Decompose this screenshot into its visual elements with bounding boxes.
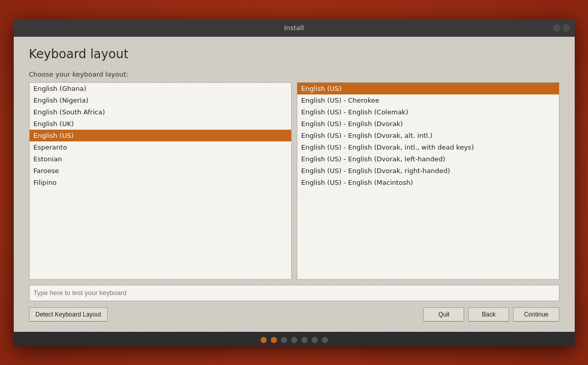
titlebar: Install bbox=[14, 19, 575, 37]
pagination-dot bbox=[281, 337, 287, 343]
list-item[interactable]: English (US) - English (Colemak) bbox=[297, 106, 559, 118]
lists-container: English (Ghana)English (Nigeria)English … bbox=[29, 82, 559, 280]
list-item[interactable]: English (US) - English (Dvorak, left-han… bbox=[297, 153, 559, 165]
window-controls bbox=[553, 25, 570, 32]
install-window: Install Keyboard layout Choose your keyb… bbox=[14, 19, 575, 346]
quit-button[interactable]: Quit bbox=[423, 307, 464, 322]
back-button[interactable]: Back bbox=[468, 307, 509, 322]
pagination-dot bbox=[322, 337, 328, 343]
list-item[interactable]: Faroese bbox=[30, 165, 291, 177]
pagination-dot bbox=[271, 337, 277, 343]
list-item[interactable]: English (US) - English (Dvorak, intl., w… bbox=[297, 141, 559, 153]
bottom-row: Detect Keyboard Layout Quit Back Continu… bbox=[29, 307, 559, 322]
pagination-dot bbox=[261, 337, 267, 343]
list-item[interactable]: English (US) bbox=[297, 83, 559, 94]
list-item[interactable]: English (UK) bbox=[30, 118, 291, 130]
choose-label: Choose your keyboard layout: bbox=[29, 70, 559, 78]
list-item[interactable]: English (US) - English (Dvorak, right-ha… bbox=[297, 165, 559, 177]
list-item[interactable]: English (US) - English (Dvorak) bbox=[297, 118, 559, 130]
detect-keyboard-button[interactable]: Detect Keyboard Layout bbox=[29, 307, 108, 322]
list-item[interactable]: English (US) bbox=[30, 130, 291, 141]
list-item[interactable]: English (South Africa) bbox=[30, 106, 291, 118]
close-button[interactable] bbox=[563, 25, 570, 32]
list-item[interactable]: Filipino bbox=[30, 177, 291, 188]
page-title: Keyboard layout bbox=[29, 47, 559, 61]
continue-button[interactable]: Continue bbox=[513, 307, 559, 322]
window-title: Install bbox=[284, 24, 304, 32]
layout-variant-list[interactable]: English (US)English (US) - CherokeeEngli… bbox=[297, 82, 559, 280]
language-list[interactable]: English (Ghana)English (Nigeria)English … bbox=[29, 82, 292, 280]
keyboard-test-input[interactable] bbox=[29, 285, 559, 301]
list-item[interactable]: English (US) - English (Macintosh) bbox=[297, 177, 559, 188]
content-area: Keyboard layout Choose your keyboard lay… bbox=[14, 37, 575, 332]
pagination-dot bbox=[312, 337, 318, 343]
minimize-button[interactable] bbox=[553, 25, 560, 32]
list-item[interactable]: English (Nigeria) bbox=[30, 94, 291, 106]
nav-buttons: Quit Back Continue bbox=[423, 307, 559, 322]
list-item[interactable]: English (US) - English (Dvorak, alt. int… bbox=[297, 130, 559, 141]
list-item[interactable]: English (Ghana) bbox=[30, 83, 291, 94]
list-item[interactable]: English (US) - Cherokee bbox=[297, 94, 559, 106]
list-item[interactable]: Estonian bbox=[30, 153, 291, 165]
list-item[interactable]: Esperanto bbox=[30, 141, 291, 153]
pagination-dots bbox=[14, 332, 575, 346]
pagination-dot bbox=[291, 337, 297, 343]
pagination-dot bbox=[301, 337, 308, 343]
